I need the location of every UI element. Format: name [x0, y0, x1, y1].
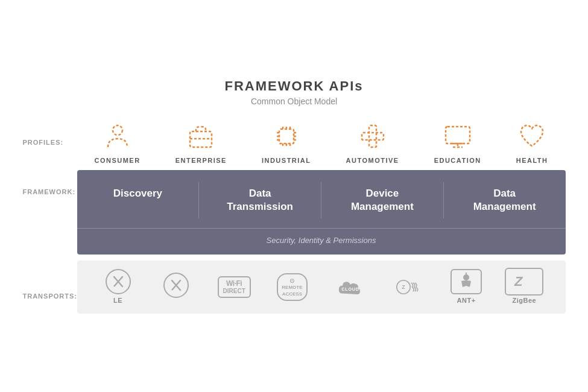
wifi-box: Wi·Fi DIRECT: [218, 276, 251, 298]
automotive-label: AUTOMOTIVE: [346, 157, 399, 164]
zwave-icon: Z: [394, 276, 423, 299]
title-section: FRAMEWORK APIs Common Object Model: [23, 78, 566, 106]
consumer-icon: [102, 121, 133, 152]
transport-items: LE: [89, 270, 554, 304]
enterprise-label: ENTERPRISE: [175, 157, 227, 164]
profile-automotive: AUTOMOTIVE: [346, 121, 399, 164]
ble-label: LE: [113, 297, 122, 304]
profile-health: HEALTH: [516, 121, 548, 164]
transport-ant-plus: ANT+ ANT+: [452, 270, 481, 304]
transports-label: TRANSPORTS:: [23, 274, 77, 300]
framework-box-data-management: DataManagement: [444, 182, 566, 218]
transports-content: LE: [77, 261, 566, 314]
wifi-top: Wi·Fi: [223, 279, 245, 288]
framework-box-discovery: Discovery: [77, 182, 200, 218]
bt-circle: [163, 273, 189, 298]
ble-icon: [104, 270, 133, 293]
profiles-label: PROFILES:: [23, 121, 77, 146]
transports-row: TRANSPORTS: LE: [23, 261, 566, 314]
bluetooth-icon: [162, 274, 191, 297]
health-label: HEALTH: [516, 157, 548, 164]
main-title: FRAMEWORK APIs: [23, 78, 566, 94]
profile-education: EDUCATION: [434, 121, 481, 164]
transport-ble: LE: [104, 270, 133, 304]
remote-box: REMOTEACCESS: [277, 273, 307, 301]
svg-point-0: [113, 125, 122, 135]
svg-rect-16: [369, 125, 376, 147]
transport-zigbee: Z ZigBee: [510, 270, 539, 304]
education-label: EDUCATION: [434, 157, 481, 164]
profiles-row: PROFILES: CONSUMER: [23, 121, 566, 164]
industrial-label: INDUSTRIAL: [262, 157, 311, 164]
main-container: FRAMEWORK APIs Common Object Model PROFI…: [23, 78, 566, 314]
remote-access-icon: REMOTEACCESS: [277, 276, 306, 299]
svg-rect-3: [279, 129, 294, 144]
svg-text:CLOUD: CLOUD: [341, 286, 359, 292]
svg-text:Z: Z: [514, 274, 523, 289]
zigbee-label: ZigBee: [513, 297, 537, 304]
svg-rect-18: [446, 127, 470, 144]
svg-text:Z: Z: [402, 284, 405, 290]
framework-label: FRAMEWORK:: [23, 170, 77, 254]
zigbee-box: Z: [505, 268, 543, 296]
remote-access-text: REMOTEACCESS: [282, 285, 302, 296]
transport-bluetooth: [162, 274, 191, 300]
transport-cloud: CLOUD: [336, 276, 365, 299]
ant-plus-label: ANT+: [457, 297, 476, 304]
automotive-icon: [357, 121, 388, 152]
framework-row: FRAMEWORK: Discovery DataTransmission De…: [23, 170, 566, 254]
profile-industrial: INDUSTRIAL: [262, 121, 311, 164]
profile-consumer: CONSUMER: [94, 121, 140, 164]
zigbee-icon: Z: [510, 270, 539, 293]
transport-wifi-direct: Wi·Fi DIRECT: [220, 276, 248, 299]
transport-remote-access: REMOTEACCESS: [277, 276, 306, 299]
framework-boxes: Discovery DataTransmission DeviceManagem…: [77, 182, 566, 218]
subtitle: Common Object Model: [23, 96, 566, 106]
health-icon: [516, 121, 548, 152]
enterprise-icon: [185, 121, 217, 152]
consumer-label: CONSUMER: [94, 157, 140, 164]
svg-rect-17: [362, 133, 384, 140]
framework-box-device-management: DeviceManagement: [321, 182, 444, 218]
svg-point-25: [463, 274, 469, 280]
profile-enterprise: ENTERPRISE: [175, 121, 227, 164]
framework-content: Discovery DataTransmission DeviceManagem…: [77, 170, 566, 254]
ant-box: ANT+: [450, 269, 482, 294]
education-icon: [442, 121, 473, 152]
transport-zwave: Z: [394, 276, 423, 299]
ant-plus-icon: ANT+: [452, 270, 481, 293]
framework-box-data-transmission: DataTransmission: [199, 182, 321, 218]
profiles-items: CONSUMER ENTERPRISE: [77, 121, 566, 164]
wifi-direct-icon: Wi·Fi DIRECT: [220, 276, 248, 299]
wifi-direct-text: DIRECT: [223, 288, 245, 295]
industrial-icon: [271, 121, 302, 152]
cloud-icon: CLOUD: [336, 276, 365, 299]
security-bar: Security, Identity & Permissions: [77, 228, 566, 245]
ble-circle: [106, 269, 131, 294]
